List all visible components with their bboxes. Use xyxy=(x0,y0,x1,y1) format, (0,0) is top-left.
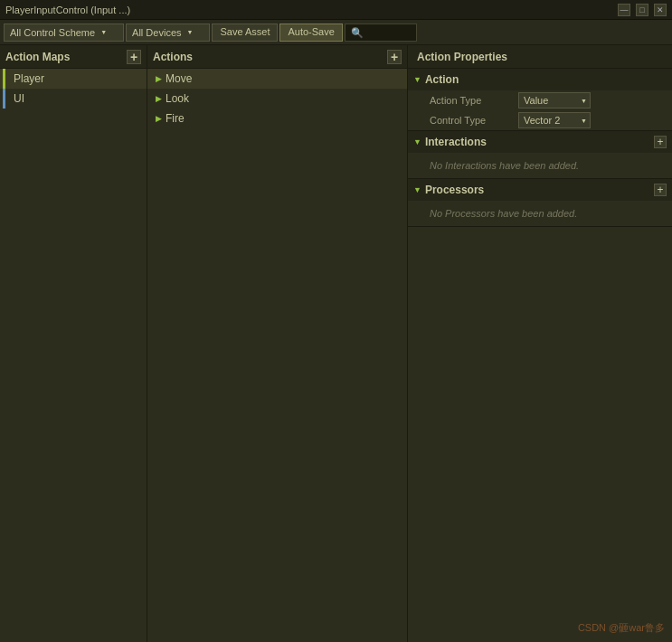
actions-title: Actions xyxy=(153,51,193,63)
action-maps-add-button[interactable]: + xyxy=(127,50,141,64)
interactions-section: ▼ Interactions + No Interactions have be… xyxy=(408,131,672,179)
action-item[interactable]: ▶ Look + xyxy=(147,89,407,109)
action-expand-icon: ▶ xyxy=(156,94,162,103)
actions-panel: Actions + ▶ Move + ▶ Look + ▶ xyxy=(147,45,408,642)
processors-empty-text: No Processors have been added. xyxy=(408,201,672,226)
action-fire-label: Fire xyxy=(166,112,185,125)
action-section-title: Action xyxy=(425,73,459,86)
action-item[interactable]: ▶ Fire + xyxy=(147,109,407,128)
action-section-header[interactable]: ▼ Action xyxy=(408,69,672,90)
watermark: CSDN @砸war鲁多 xyxy=(578,621,665,635)
control-scheme-dropdown[interactable]: All Control Scheme xyxy=(4,24,124,42)
action-map-ui-label: UI xyxy=(8,92,24,105)
action-properties-panel: Action Properties ▼ Action Action Type V… xyxy=(408,45,672,642)
control-type-row: Control Type Vector 2 xyxy=(408,110,672,130)
action-expand-icon: ▶ xyxy=(156,74,162,83)
action-maps-title: Action Maps xyxy=(5,51,70,63)
actions-add-button[interactable]: + xyxy=(387,50,402,64)
title-text: PlayerInputControl (Input ...) xyxy=(5,5,130,15)
interactions-section-header[interactable]: ▼ Interactions + xyxy=(408,131,672,153)
action-type-row: Action Type Value xyxy=(408,90,672,110)
action-type-dropdown[interactable]: Value xyxy=(518,92,591,109)
control-type-label: Control Type xyxy=(430,115,511,126)
action-item[interactable]: ▶ Move + xyxy=(147,69,407,89)
devices-label: All Devices xyxy=(132,27,181,38)
maximize-button[interactable]: □ xyxy=(636,4,648,16)
auto-save-button[interactable]: Auto-Save xyxy=(279,24,342,42)
action-type-label: Action Type xyxy=(430,95,511,106)
action-section-collapse-icon: ▼ xyxy=(413,75,421,84)
close-button[interactable]: ✕ xyxy=(654,4,667,16)
processors-section-collapse-icon: ▼ xyxy=(413,185,421,194)
interactions-section-title: Interactions xyxy=(425,136,487,148)
action-section: ▼ Action Action Type Value Control Type … xyxy=(408,69,672,131)
interactions-empty-text: No Interactions have been added. xyxy=(408,153,672,178)
main-container: Action Maps + Player UI Actions + ▶ Move xyxy=(0,45,672,642)
control-type-value: Vector 2 xyxy=(524,115,560,126)
devices-dropdown[interactable]: All Devices xyxy=(126,24,210,42)
processors-add-button[interactable]: + xyxy=(654,184,667,196)
action-look-label: Look xyxy=(166,92,189,105)
title-bar: PlayerInputControl (Input ...) — □ ✕ xyxy=(0,0,672,20)
save-asset-button[interactable]: Save Asset xyxy=(212,24,278,42)
control-scheme-label: All Control Scheme xyxy=(10,27,95,38)
action-map-item[interactable]: Player xyxy=(0,69,147,89)
action-map-player-label: Player xyxy=(8,72,44,85)
ui-indicator xyxy=(3,89,5,109)
action-move-label: Move xyxy=(166,72,192,85)
action-map-list: Player UI xyxy=(0,69,147,642)
action-type-value: Value xyxy=(524,95,548,106)
action-maps-header: Action Maps + xyxy=(0,45,147,69)
action-expand-icon: ▶ xyxy=(156,114,162,123)
processors-section-title: Processors xyxy=(425,184,484,196)
action-map-item[interactable]: UI xyxy=(0,89,147,109)
action-maps-panel: Action Maps + Player UI xyxy=(0,45,147,642)
interactions-add-button[interactable]: + xyxy=(654,136,667,148)
minimize-button[interactable]: — xyxy=(618,4,630,16)
player-indicator xyxy=(3,69,5,89)
properties-bottom-area xyxy=(408,227,672,642)
interactions-section-collapse-icon: ▼ xyxy=(413,137,421,146)
properties-title: Action Properties xyxy=(417,51,507,63)
properties-header: Action Properties xyxy=(408,45,672,69)
processors-section-header[interactable]: ▼ Processors + xyxy=(408,179,672,201)
actions-header: Actions + xyxy=(147,45,407,69)
processors-section: ▼ Processors + No Processors have been a… xyxy=(408,179,672,227)
action-list: ▶ Move + ▶ Look + ▶ Fire + xyxy=(147,69,407,642)
search-input[interactable] xyxy=(345,24,417,42)
control-type-dropdown[interactable]: Vector 2 xyxy=(518,112,591,128)
toolbar: All Control Scheme All Devices Save Asse… xyxy=(0,20,672,45)
